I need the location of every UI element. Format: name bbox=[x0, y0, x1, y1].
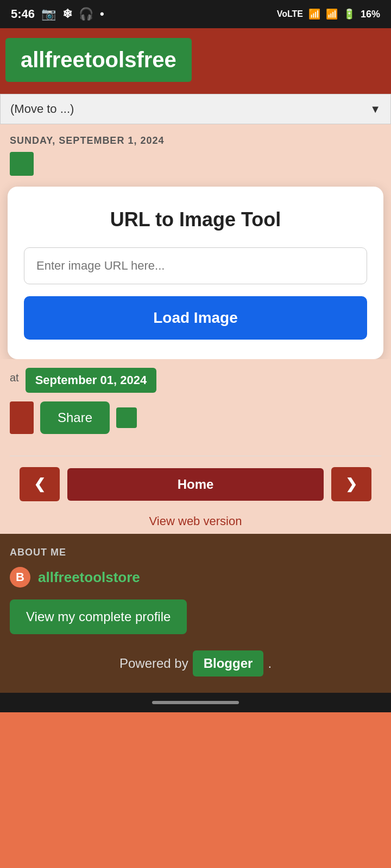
post-date-link[interactable]: September 01, 2024 bbox=[26, 368, 156, 393]
blogger-user-row: B allfreetoolstore bbox=[10, 567, 381, 588]
status-right: VoLTE 📶 📶 🔋 16% bbox=[277, 8, 380, 20]
nav-next-button[interactable]: ❯ bbox=[331, 467, 371, 501]
dropdown-label: (Move to ...) bbox=[10, 102, 74, 116]
bottom-bar-indicator bbox=[152, 701, 239, 704]
logo-text: allfreetoolsfree bbox=[21, 48, 176, 72]
signal-icon: 📶 bbox=[326, 8, 338, 20]
blogger-username: allfreetoolstore bbox=[38, 569, 140, 586]
at-label: at bbox=[10, 372, 19, 384]
nav-home-button[interactable]: Home bbox=[67, 468, 324, 501]
share-red-block bbox=[10, 401, 34, 434]
nav-bar: ❮ Home ❯ bbox=[10, 456, 381, 507]
nav-prev-button[interactable]: ❮ bbox=[20, 467, 60, 501]
wifi-icon: 📶 bbox=[308, 8, 320, 20]
date-label: SUNDAY, SEPTEMBER 1, 2024 bbox=[10, 135, 381, 146]
share-area: Share bbox=[10, 401, 381, 434]
camera-icon: 📷 bbox=[41, 7, 56, 21]
view-profile-button[interactable]: View my complete profile bbox=[10, 599, 187, 634]
powered-by-text: Powered by bbox=[119, 656, 188, 671]
share-button[interactable]: Share bbox=[40, 401, 110, 434]
view-web-link[interactable]: View web version bbox=[10, 507, 381, 534]
headphone-icon: 🎧 bbox=[79, 7, 93, 21]
status-bar: 5:46 📷 ❄ 🎧 • VoLTE 📶 📶 🔋 16% bbox=[0, 0, 391, 28]
battery-icon: 🔋 bbox=[343, 8, 355, 20]
volte-icon: VoLTE bbox=[277, 9, 303, 19]
header-area: allfreetoolsfree bbox=[0, 28, 391, 94]
status-time: 5:46 bbox=[11, 7, 35, 21]
about-section: ABOUT ME B allfreetoolstore View my comp… bbox=[0, 534, 391, 693]
green-small-square bbox=[116, 407, 137, 428]
dot-icon: • bbox=[100, 7, 104, 21]
battery-percent: 16% bbox=[361, 9, 380, 20]
post-meta: at September 01, 2024 Share bbox=[0, 359, 391, 445]
bottom-indicator bbox=[0, 693, 391, 712]
tool-title: URL to Image Tool bbox=[24, 208, 367, 231]
period-text: . bbox=[268, 656, 272, 671]
about-label: ABOUT ME bbox=[10, 547, 381, 558]
tool-card: URL to Image Tool Load Image bbox=[8, 187, 383, 359]
dropdown-nav[interactable]: (Move to ...) ▼ bbox=[0, 94, 391, 124]
status-left: 5:46 📷 ❄ 🎧 • bbox=[11, 7, 104, 21]
green-square-decoration bbox=[10, 152, 34, 176]
snowflake-icon: ❄ bbox=[62, 7, 72, 21]
powered-by-row: Powered by Blogger . bbox=[10, 650, 381, 676]
load-image-button[interactable]: Load Image bbox=[24, 296, 367, 340]
date-section: SUNDAY, SEPTEMBER 1, 2024 URL to Image T… bbox=[0, 124, 391, 359]
chevron-down-icon: ▼ bbox=[370, 103, 381, 116]
blogger-badge: Blogger bbox=[193, 650, 264, 676]
blogger-icon: B bbox=[10, 567, 30, 588]
logo-box: allfreetoolsfree bbox=[5, 38, 192, 82]
view-web-anchor[interactable]: View web version bbox=[149, 514, 242, 528]
url-input[interactable] bbox=[24, 247, 367, 284]
